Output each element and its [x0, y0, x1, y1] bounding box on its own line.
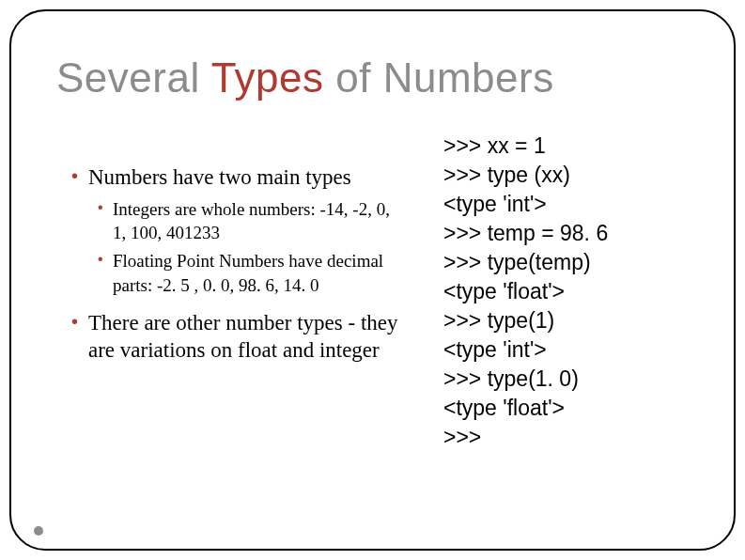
code-line-7: >>> type(1): [443, 306, 686, 335]
content-area: Numbers have two main types Integers are…: [66, 164, 686, 453]
code-line-11: >>>: [443, 423, 686, 452]
slide-title: Several Types of Numbers: [56, 54, 554, 101]
bullet-sub-1: Integers are whole numbers: -14, -2, 0, …: [94, 197, 404, 245]
slide: Several Types of Numbers Numbers have tw…: [0, 0, 745, 560]
corner-dot-icon: [34, 526, 43, 536]
title-accent: Types: [211, 54, 324, 101]
sublist: Integers are whole numbers: -14, -2, 0, …: [94, 197, 434, 298]
code-line-9: >>> type(1. 0): [443, 365, 686, 394]
code-line-1: >>> xx = 1: [443, 132, 686, 161]
code-line-5: >>> type(temp): [443, 248, 686, 277]
code-line-3: <type 'int'>: [443, 190, 686, 219]
code-line-6: <type 'float'>: [443, 277, 686, 306]
bullet-main-1: Numbers have two main types: [66, 164, 434, 192]
code-line-10: <type 'float'>: [443, 394, 686, 423]
left-column: Numbers have two main types Integers are…: [66, 164, 443, 453]
code-block: >>> xx = 1 >>> type (xx) <type 'int'> >>…: [443, 132, 686, 453]
code-line-2: >>> type (xx): [443, 161, 686, 190]
bullet-sub-2: Floating Point Numbers have decimal part…: [94, 249, 404, 297]
bullet-main-2: There are other number types - they are …: [66, 310, 404, 365]
title-pre: Several: [56, 54, 211, 101]
title-post: of Numbers: [324, 54, 554, 101]
code-line-4: >>> temp = 98. 6: [443, 219, 686, 248]
code-line-8: <type 'int'>: [443, 335, 686, 365]
